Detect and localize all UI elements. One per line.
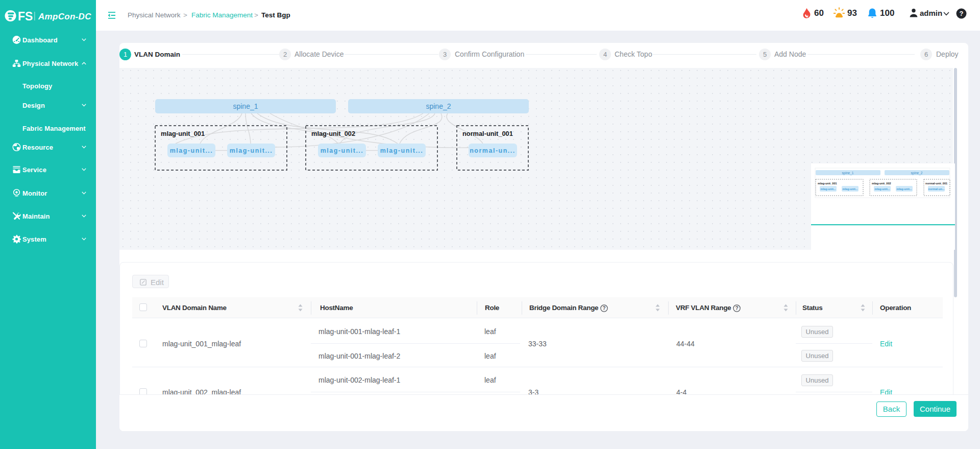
svg-text:spine_1: spine_1 <box>233 102 258 110</box>
svg-text:mlag-unit...: mlag-unit... <box>843 187 858 191</box>
svg-text:spine_2: spine_2 <box>911 171 923 175</box>
svg-text:mlag-unit_001: mlag-unit_001 <box>161 130 205 137</box>
svg-text:normal-unit_001: normal-unit_001 <box>925 182 947 185</box>
svg-text:mlag-unit...: mlag-unit... <box>875 187 890 191</box>
svg-text:mlag-unit...: mlag-unit... <box>321 147 364 154</box>
svg-text:spine_1: spine_1 <box>842 171 854 175</box>
svg-text:mlag-unit...: mlag-unit... <box>230 147 273 154</box>
svg-text:mlag-unit_002: mlag-unit_002 <box>872 182 891 185</box>
svg-text:spine_2: spine_2 <box>426 102 451 110</box>
svg-text:mlag-unit...: mlag-unit... <box>170 147 213 154</box>
svg-text:normal-un...: normal-un... <box>928 187 944 191</box>
svg-text:?: ? <box>602 305 605 311</box>
svg-text:mlag-unit...: mlag-unit... <box>821 187 836 191</box>
svg-text:?: ? <box>735 305 738 311</box>
svg-text:mlag-unit_002: mlag-unit_002 <box>311 130 355 137</box>
svg-text:mlag-unit_001: mlag-unit_001 <box>818 182 837 185</box>
svg-text:?: ? <box>960 10 964 17</box>
svg-text:normal-un...: normal-un... <box>470 147 516 154</box>
svg-text:normal-unit_001: normal-unit_001 <box>462 130 513 137</box>
svg-text:mlag-unit...: mlag-unit... <box>380 147 424 154</box>
svg-text:AmpCon-DC: AmpCon-DC <box>38 12 91 21</box>
svg-text:mlag-unit...: mlag-unit... <box>897 187 912 191</box>
svg-text:FS: FS <box>18 10 33 23</box>
